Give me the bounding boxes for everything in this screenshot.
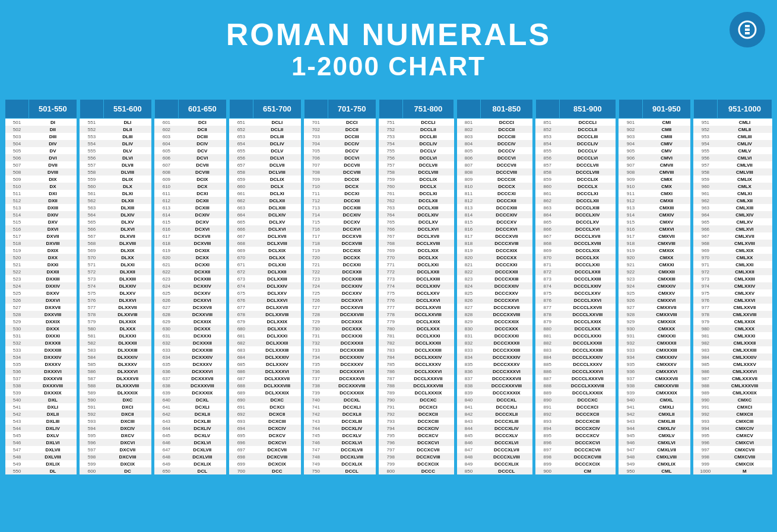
roman-numeral: CMXXVIII <box>642 311 690 318</box>
roman-numeral: DIII <box>29 133 77 140</box>
roman-numeral: DCCCXLIII <box>481 418 533 425</box>
roman-numeral: DCCXXXVI <box>328 368 376 375</box>
roman-numeral: DCCCXVII <box>481 232 533 240</box>
roman-numeral: DCCCLXXXIX <box>559 389 616 396</box>
arabic-number: 843 <box>457 418 481 425</box>
roman-numeral: DCCCLXIV <box>559 211 616 218</box>
roman-numeral: DCCXXXI <box>328 332 376 339</box>
roman-numeral: DCCCXCVII <box>559 446 616 453</box>
roman-numeral: DCCCXXXIV <box>481 353 533 361</box>
table-row: 544DXLIV594DXCIV644DCXLIV694DCXCIV744DCC… <box>5 425 772 432</box>
roman-numeral: DV <box>29 147 77 154</box>
roman-numeral: DCL <box>178 467 226 474</box>
roman-numeral: DCCCLVI <box>559 154 616 161</box>
arabic-number: 868 <box>535 240 559 247</box>
arabic-number: 979 <box>693 318 717 325</box>
roman-numeral: CMXCII <box>717 410 772 418</box>
roman-numeral: DCCXCV <box>402 432 453 439</box>
arabic-number: 775 <box>379 289 402 297</box>
roman-numeral: DXXXVI <box>29 368 77 375</box>
arabic-number: 954 <box>693 140 717 147</box>
arabic-number: 744 <box>304 425 328 432</box>
arabic-number: 561 <box>80 190 103 197</box>
roman-numeral: DXLIV <box>29 425 77 432</box>
roman-numeral: DLXXIV <box>103 282 151 289</box>
arabic-number: 682 <box>229 339 253 346</box>
roman-numeral: DCXVIII <box>178 240 226 247</box>
arabic-number: 728 <box>304 311 328 318</box>
arabic-number: 787 <box>379 375 402 382</box>
roman-numeral: DCLXXVIII <box>253 311 301 318</box>
roman-numeral: DCCCLI <box>559 119 616 126</box>
arabic-number: 605 <box>154 147 178 154</box>
roman-numeral: DCXCVI <box>253 439 301 446</box>
table-row: 525DXXV575DLXXV625DCXXV675DCLXXV725DCCXX… <box>5 289 772 297</box>
roman-numeral: DCLV <box>253 147 301 154</box>
arabic-number: 904 <box>619 140 642 147</box>
roman-numeral: DCCCIII <box>481 133 533 140</box>
roman-numeral: DCCCVI <box>481 154 533 161</box>
arabic-number: 934 <box>619 353 642 361</box>
roman-numeral: DCXXIX <box>178 318 226 325</box>
roman-numeral: DCXV <box>178 218 226 225</box>
arabic-number: 943 <box>619 418 642 425</box>
svg-rect-2 <box>745 32 750 34</box>
arabic-number: 687 <box>229 375 253 382</box>
roman-numeral: CMLXXXIII <box>717 346 772 353</box>
arabic-number: 807 <box>457 161 481 168</box>
arabic-number: 919 <box>619 247 642 254</box>
roman-numeral: DCCIII <box>328 133 376 140</box>
roman-numeral: CMLIV <box>717 140 772 147</box>
roman-numeral: DCCCLXXIV <box>559 282 616 289</box>
roman-numeral: CMVII <box>642 161 690 168</box>
arabic-number: 804 <box>457 140 481 147</box>
roman-numeral: DCCCXCVI <box>559 439 616 446</box>
arabic-number: 641 <box>154 403 178 410</box>
roman-numeral: CMLXV <box>717 218 772 225</box>
arabic-number: 615 <box>154 218 178 225</box>
roman-numeral: DCLXXX <box>253 325 301 332</box>
arabic-number: 902 <box>619 126 642 133</box>
arabic-number: 933 <box>619 346 642 353</box>
roman-numeral: DLXVI <box>103 225 151 232</box>
roman-numeral: DCCCXCIX <box>559 460 616 467</box>
arabic-number: 941 <box>619 403 642 410</box>
arabic-number: 955 <box>693 147 717 154</box>
arabic-number: 658 <box>229 168 253 176</box>
roman-numeral: DCCCIV <box>481 140 533 147</box>
arabic-number: 920 <box>619 254 642 261</box>
roman-numeral: DCCCII <box>481 126 533 133</box>
arabic-number: 927 <box>619 304 642 311</box>
roman-numeral: DXLVII <box>29 446 77 453</box>
arabic-number: 758 <box>379 168 402 176</box>
roman-numeral: DCLXXVI <box>253 297 301 304</box>
roman-numeral: DCCCIX <box>481 176 533 183</box>
arabic-number: 869 <box>535 247 559 254</box>
roman-numeral: DCXXVIII <box>178 311 226 318</box>
arabic-number: 593 <box>80 418 103 425</box>
arabic-number: 867 <box>535 232 559 240</box>
roman-numeral: DIV <box>29 140 77 147</box>
table-row: 528DXXVIII578DLXXVIII628DCXXVIII678DCLXX… <box>5 311 772 318</box>
roman-numeral: DCCCLXX <box>559 254 616 261</box>
table-row: 509DIX559DLIX609DCIX659DCLIX709DCCIX759D… <box>5 176 772 183</box>
arabic-number: 917 <box>619 232 642 240</box>
roman-numeral: CMV <box>642 147 690 154</box>
arabic-number: 733 <box>304 346 328 353</box>
arabic-number: 969 <box>693 247 717 254</box>
arabic-number: 535 <box>5 361 29 368</box>
roman-numeral: DCCII <box>328 126 376 133</box>
roman-numeral: CMXCV <box>717 432 772 439</box>
arabic-number: 847 <box>457 446 481 453</box>
roman-numeral: CMLXXV <box>717 289 772 297</box>
roman-numeral: DXIII <box>29 204 77 211</box>
roman-numeral: DCLXIV <box>253 211 301 218</box>
roman-numeral: CMLXXXVI <box>717 368 772 375</box>
arabic-number: 993 <box>693 418 717 425</box>
roman-numeral: DCCLX <box>402 183 453 190</box>
roman-numeral: DCCCXLVI <box>481 439 533 446</box>
roman-numeral: DCCXCIII <box>402 418 453 425</box>
roman-numeral: DCCLXXXIV <box>402 353 453 361</box>
roman-numeral: DCLXII <box>253 197 301 204</box>
arabic-number: 582 <box>80 339 103 346</box>
